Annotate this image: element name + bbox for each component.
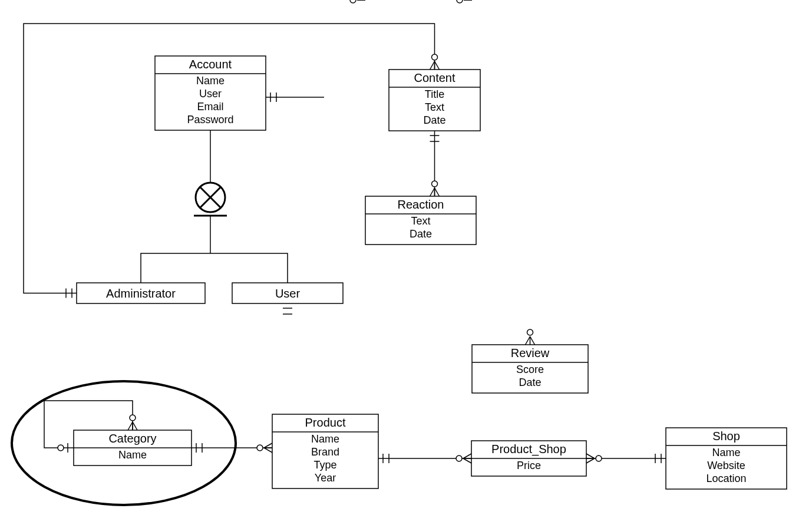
svg-point-56 [130,415,136,421]
entity-product-attr-2: Type [313,459,336,471]
notation [430,181,440,196]
entity-category-title: Category [108,432,156,445]
svg-line-42 [530,336,535,345]
svg-line-54 [133,422,137,430]
entity-content: ContentTitleTextDate [389,70,480,131]
entity-product_shop: Product_ShopPrice [471,441,586,476]
entity-review-attr-1: Date [519,377,541,388]
svg-point-26 [350,0,356,3]
svg-point-30 [432,54,438,60]
entity-review-title: Review [511,346,550,359]
svg-point-38 [432,181,438,187]
svg-line-36 [435,188,440,196]
svg-point-72 [596,455,602,461]
notation [457,0,472,3]
entity-shop: ShopNameWebsiteLocation [666,428,787,489]
svg-point-44 [527,329,533,335]
svg-line-35 [430,188,435,196]
entity-shop-attr-2: Location [706,473,746,484]
notation [350,0,365,3]
svg-point-50 [457,0,463,3]
entity-account-attr-2: Email [197,101,223,113]
entity-account: AccountNameUserEmailPassword [155,56,266,130]
entity-category-attr-0: Name [118,449,147,461]
entity-shop-attr-1: Website [707,460,745,471]
svg-line-60 [264,448,272,453]
entity-user: User [232,283,343,303]
svg-line-70 [586,458,595,463]
entity-content-attr-0: Title [425,88,444,100]
notation [128,415,137,430]
entity-shop-title: Shop [712,430,740,443]
entity-review: ReviewScoreDate [472,345,588,393]
svg-line-69 [586,454,595,458]
entity-administrator: Administrator [77,283,205,303]
entity-review-attr-0: Score [516,364,544,375]
svg-line-66 [463,458,471,463]
notation [526,329,535,345]
entity-product_shop-attr-0: Price [517,460,541,471]
entity-content-title: Content [414,71,455,84]
entity-product_shop-title: Product_Shop [491,443,566,456]
entity-reaction-attr-0: Text [411,215,430,227]
entity-content-attr-1: Text [425,101,444,113]
svg-point-52 [58,445,64,451]
svg-line-53 [128,422,133,430]
entity-account-title: Account [189,58,232,71]
entity-administrator-title: Administrator [106,287,176,300]
entity-reaction-title: Reaction [398,198,444,211]
entity-content-attr-2: Date [423,114,445,126]
svg-line-59 [264,443,272,448]
entity-user-title: User [275,287,301,300]
entity-product-attr-3: Year [315,472,336,484]
entity-product-attr-0: Name [311,433,339,445]
connector [210,253,288,283]
svg-line-27 [430,61,435,70]
svg-point-68 [456,455,462,461]
notation [283,308,292,314]
svg-line-41 [526,336,530,345]
notation [456,454,471,463]
er-diagram: AccountNameUserEmailPasswordContentTitle… [0,0,812,515]
entity-shop-attr-0: Name [712,447,740,458]
entity-account-attr-1: User [199,88,222,100]
notation [586,454,602,463]
svg-point-62 [257,445,263,451]
entity-product-attr-1: Brand [311,446,339,458]
svg-line-65 [463,454,471,458]
svg-line-28 [435,61,440,70]
entity-reaction: ReactionTextDate [365,196,476,245]
entity-account-attr-0: Name [196,75,225,87]
entity-product: ProductNameBrandTypeYear [272,414,378,488]
entity-reaction-attr-1: Date [410,228,432,240]
notation [430,54,440,70]
entity-account-attr-3: Password [187,114,233,126]
notation [257,443,272,453]
entity-product-title: Product [305,416,346,429]
entity-category: CategoryName [74,430,192,466]
connector [141,253,210,283]
